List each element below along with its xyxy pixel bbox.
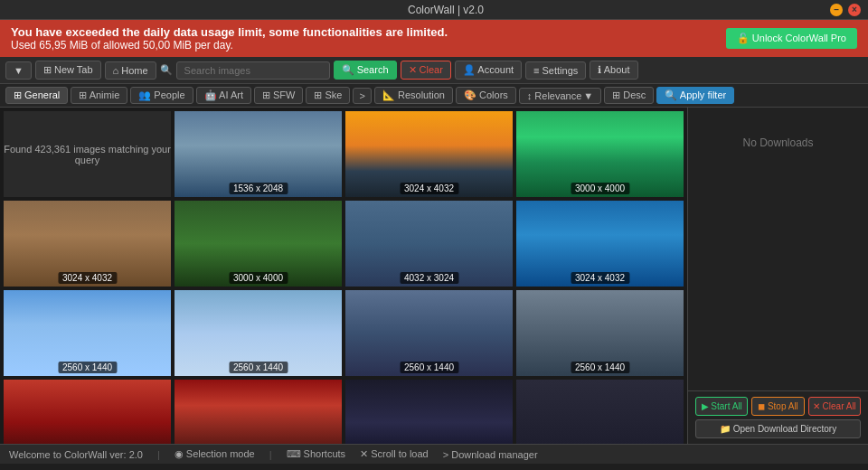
image-item[interactable]: 3024 x 4032 — [345, 111, 513, 197]
filter-ai-art[interactable]: 🤖 AI Art — [196, 87, 251, 104]
search-icon: 🔍 — [160, 64, 173, 76]
filter-more-button[interactable]: > — [353, 88, 371, 104]
results-info: Found 423,361 images matching your query — [4, 111, 171, 197]
image-dimensions: 3024 x 4032 — [58, 272, 117, 284]
clear-all-button[interactable]: ✕ Clear All — [808, 397, 861, 416]
about-button[interactable]: ℹ About — [590, 61, 637, 80]
image-item[interactable]: 1536 x 2048 — [175, 111, 342, 197]
status-scroll-to-load[interactable]: ✕ Scroll to load — [360, 448, 429, 460]
warning-banner: You have exceeded the daily data usage l… — [0, 20, 868, 57]
stop-all-button[interactable]: ◼ Stop All — [751, 397, 804, 416]
filterbar: ⊞ General ⊞ Animie 👥 People 🤖 AI Art ⊞ S… — [0, 84, 868, 108]
warning-line2: Used 65,95 MiB of allowed 50,00 MiB per … — [11, 39, 233, 52]
image-dimensions: 3000 x 4000 — [229, 272, 288, 284]
filter-colors[interactable]: 🎨 Colors — [456, 87, 516, 104]
close-button[interactable]: × — [848, 4, 861, 16]
dropdown-button[interactable]: ▼ — [5, 61, 32, 80]
filter-general[interactable]: ⊞ General — [5, 87, 68, 104]
image-dimensions: 4032 x 3024 — [400, 272, 458, 284]
toolbar: ▼ ⊞ New Tab ⌂ Home 🔍 🔍 Search ✕ Clear 👤 … — [0, 57, 868, 84]
app-title: ColorWall | v2.0 — [408, 4, 484, 16]
image-grid-area[interactable]: Found 423,361 images matching your query… — [0, 108, 687, 444]
image-dimensions: 3024 x 4032 — [400, 183, 458, 194]
image-item[interactable]: 2560 x 1440 — [516, 290, 684, 376]
filter-desc[interactable]: ⊞ Desc — [604, 87, 654, 104]
downloads-panel: No Downloads — [687, 108, 868, 390]
statusbar: Welcome to ColorWall ver: 2.0 | ◉ Select… — [0, 444, 868, 464]
minimize-button[interactable]: – — [830, 4, 843, 16]
image-item[interactable]: 4032 x 3024 — [345, 201, 513, 287]
right-panel: No Downloads ▶ Start All ◼ Stop All ✕ Cl… — [687, 108, 868, 444]
start-all-button[interactable]: ▶ Start All — [695, 397, 748, 416]
apply-filter-button[interactable]: 🔍 Apply filter — [656, 87, 734, 104]
clear-button[interactable]: ✕ Clear — [401, 61, 451, 80]
filter-relevance[interactable]: ↕ Relevance ▼ — [519, 88, 601, 104]
image-dimensions: 2560 x 1440 — [229, 362, 288, 373]
status-download-manager[interactable]: > Download manager — [443, 449, 538, 460]
image-dimensions: 3024 x 4032 — [571, 272, 629, 284]
download-controls: ▶ Start All ◼ Stop All ✕ Clear All 📁 Ope… — [687, 390, 868, 444]
image-item[interactable]: 3024 x 4032 — [4, 201, 171, 287]
warning-text: You have exceeded the daily data usage l… — [11, 25, 448, 52]
image-item[interactable] — [175, 380, 342, 444]
status-welcome: Welcome to ColorWall ver: 2.0 — [9, 449, 143, 460]
filter-sfw[interactable]: ⊞ SFW — [254, 87, 304, 104]
settings-button[interactable]: ≡ Settings — [525, 61, 586, 80]
filter-animie[interactable]: ⊞ Animie — [71, 87, 127, 104]
image-dimensions: 1536 x 2048 — [229, 183, 288, 194]
image-dimensions: 2560 x 1440 — [571, 362, 629, 373]
filter-resolution[interactable]: 📐 Resolution — [374, 87, 453, 104]
account-button[interactable]: 👤 Account — [455, 61, 522, 80]
status-shortcuts[interactable]: ⌨ Shortcuts — [287, 448, 346, 460]
main-area: Found 423,361 images matching your query… — [0, 108, 868, 444]
filter-ske[interactable]: ⊞ Ske — [306, 87, 350, 104]
warning-line1: You have exceeded the daily data usage l… — [11, 25, 448, 39]
image-dimensions: 3000 x 4000 — [571, 183, 629, 194]
image-dimensions: 2560 x 1440 — [400, 362, 458, 373]
image-item[interactable] — [516, 380, 684, 444]
image-dimensions: 2560 x 1440 — [58, 362, 117, 373]
no-downloads-label: No Downloads — [742, 136, 813, 149]
new-tab-button[interactable]: ⊞ New Tab — [35, 61, 101, 80]
window-controls: – × — [830, 4, 861, 16]
search-input[interactable] — [176, 61, 330, 80]
image-item[interactable]: 3000 x 4000 — [516, 111, 684, 197]
image-grid: Found 423,361 images matching your query… — [4, 111, 684, 444]
image-item[interactable]: 3000 x 4000 — [175, 201, 342, 287]
image-item[interactable] — [4, 380, 171, 444]
image-item[interactable]: 3024 x 4032 — [516, 201, 684, 287]
status-selection-mode[interactable]: ◉ Selection mode — [175, 448, 255, 460]
titlebar: ColorWall | v2.0 – × — [0, 0, 868, 20]
filter-people[interactable]: 👥 People — [130, 87, 193, 104]
open-download-dir-button[interactable]: 📁 Open Download Directory — [695, 419, 861, 438]
search-button[interactable]: 🔍 Search — [334, 61, 397, 80]
image-item[interactable]: 2560 x 1440 — [345, 290, 513, 376]
image-item[interactable] — [345, 380, 513, 444]
unlock-button[interactable]: 🔓 Unlock ColorWall Pro — [726, 28, 857, 49]
home-button[interactable]: ⌂ Home — [105, 61, 156, 80]
image-item[interactable]: 2560 x 1440 — [175, 290, 342, 376]
image-item[interactable]: 2560 x 1440 — [4, 290, 171, 376]
dl-btn-row: ▶ Start All ◼ Stop All ✕ Clear All — [695, 397, 861, 416]
